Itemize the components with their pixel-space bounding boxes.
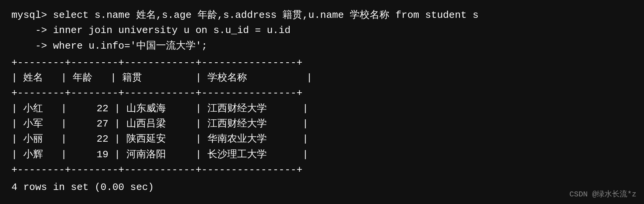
- sql-line-1: mysql> select s.name 姓名,s.age 年龄,s.addre…: [11, 8, 633, 23]
- result-footer: 4 rows in set (0.00 sec): [11, 180, 633, 195]
- sql-line-2: -> inner join university u on s.u_id = u…: [11, 23, 633, 38]
- table-row: | 小红 | 22 | 山东威海 | 江西财经大学 |: [11, 101, 633, 116]
- table-separator-top: +--------+--------+------------+--------…: [11, 55, 633, 70]
- result-table: +--------+--------+------------+--------…: [11, 55, 633, 177]
- table-row: | 小辉 | 19 | 河南洛阳 | 长沙理工大学 |: [11, 147, 633, 162]
- table-header: | 姓名 | 年龄 | 籍贯 | 学校名称 |: [11, 70, 633, 85]
- table-separator-header: +--------+--------+------------+--------…: [11, 85, 633, 101]
- table-row: | 小军 | 27 | 山西吕梁 | 江西财经大学 |: [11, 116, 633, 131]
- sql-line-3: -> where u.info='中国一流大学';: [11, 38, 633, 54]
- terminal-window: mysql> select s.name 姓名,s.age 年龄,s.addre…: [0, 0, 644, 204]
- sql-query: mysql> select s.name 姓名,s.age 年龄,s.addre…: [11, 8, 633, 54]
- table-row: | 小丽 | 22 | 陕西延安 | 华南农业大学 |: [11, 131, 633, 147]
- table-separator-bottom: +--------+--------+------------+--------…: [11, 162, 633, 177]
- watermark: CSDN @绿水长流*z: [569, 188, 636, 200]
